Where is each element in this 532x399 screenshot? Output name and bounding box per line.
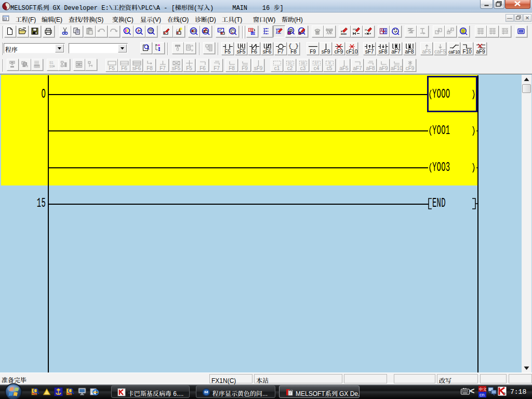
- svg-text:中文: 中文: [479, 386, 487, 392]
- svg-text:xxxx: xxxx: [341, 32, 347, 35]
- svg-text:xxx: xxx: [353, 28, 357, 31]
- svg-text:LD: LD: [251, 32, 255, 35]
- svg-text:R: R: [328, 61, 331, 65]
- svg-text:SE: SE: [301, 61, 305, 65]
- svg-text:S1: S1: [49, 61, 54, 64]
- svg-text:xx: xx: [365, 29, 367, 31]
- svg-text:ST: ST: [314, 61, 318, 65]
- svg-text:error: error: [34, 65, 40, 68]
- svg-text:SC: SC: [287, 61, 292, 65]
- svg-text:cn: cn: [480, 392, 485, 397]
- svg-text:S9: S9: [49, 64, 54, 68]
- svg-text:123: 123: [149, 31, 153, 33]
